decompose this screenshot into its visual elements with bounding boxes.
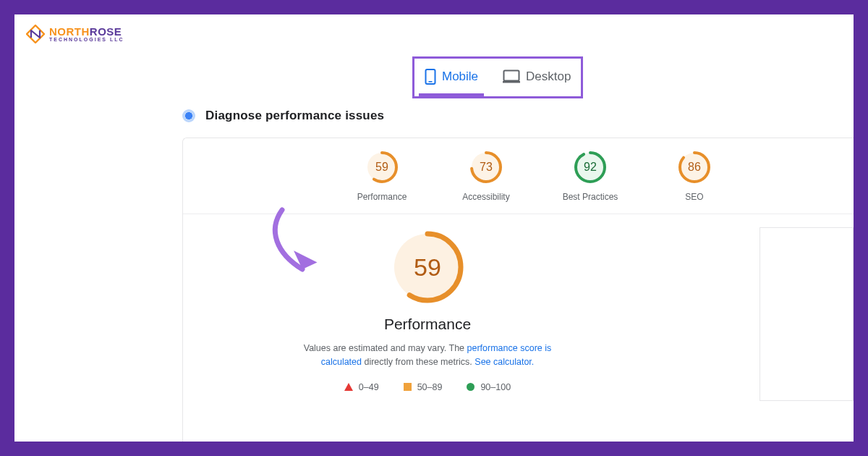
gauge-performance-label: Performance (357, 192, 407, 202)
svg-rect-1 (429, 81, 433, 83)
gauge-performance-ring: 59 (365, 150, 399, 185)
link-see-calculator[interactable]: See calculator. (475, 357, 534, 367)
legend-fail: 0–49 (344, 382, 379, 392)
tab-desktop-label: Desktop (526, 69, 571, 84)
tab-mobile[interactable]: Mobile (422, 62, 481, 92)
brand-logo-mark (26, 25, 45, 43)
svg-text:86: 86 (688, 161, 701, 173)
legend-average-label: 50–89 (417, 382, 443, 392)
main-gauge-ring: 59 (388, 227, 467, 307)
page-canvas: NORTHROSE TECHNOLOGIES LLC Mobile Des (14, 14, 854, 442)
svg-text:59: 59 (414, 253, 441, 281)
tab-desktop[interactable]: Desktop (500, 62, 574, 91)
legend-fail-label: 0–49 (359, 382, 379, 392)
gauge-accessibility-label: Accessibility (462, 192, 509, 202)
main-area: 59 Performance Values are estimated and … (183, 214, 854, 401)
legend-average: 50–89 (404, 382, 443, 392)
logo-text-rose: ROSE (90, 25, 122, 38)
circle-icon (467, 383, 475, 391)
main-gauge-block: 59 Performance Values are estimated and … (203, 227, 652, 401)
gauge-performance[interactable]: 59 Performance (349, 150, 414, 202)
legend-pass: 90–100 (467, 382, 511, 392)
gauge-best-practices-ring: 92 (573, 150, 608, 185)
square-icon (404, 383, 412, 391)
gauge-row: 59 Performance 73 Accessibility 92 Best (183, 150, 854, 214)
results-card: 59 Performance 73 Accessibility 92 Best (182, 138, 854, 442)
section-header: Diagnose performance issues (182, 109, 384, 123)
gauge-best-practices-label: Best Practices (563, 192, 618, 202)
gauge-seo-ring: 86 (677, 150, 712, 185)
svg-text:92: 92 (584, 161, 597, 173)
svg-text:73: 73 (480, 161, 493, 173)
gauge-accessibility-ring: 73 (469, 150, 503, 185)
gauge-seo-label: SEO (685, 192, 703, 202)
logo-text-north: NORTH (49, 25, 90, 38)
logo-subtitle: TECHNOLOGIES LLC (49, 37, 124, 42)
section-title: Diagnose performance issues (205, 109, 384, 123)
desc-mid: directly from these metrics. (362, 357, 475, 367)
device-tabs: Mobile Desktop (412, 56, 583, 98)
main-gauge-title: Performance (384, 316, 471, 333)
gauge-best-practices[interactable]: 92 Best Practices (558, 150, 623, 202)
svg-rect-3 (503, 81, 520, 83)
desc-prefix: Values are estimated and may vary. The (304, 343, 467, 353)
tab-mobile-label: Mobile (442, 69, 478, 84)
screenshot-placeholder (760, 227, 854, 401)
radio-selected-icon[interactable] (182, 109, 195, 122)
mobile-icon (425, 69, 436, 85)
triangle-icon (344, 383, 353, 391)
legend-pass-label: 90–100 (480, 382, 511, 392)
svg-rect-2 (504, 71, 519, 81)
score-legend: 0–49 50–89 90–100 (344, 382, 511, 392)
main-description: Values are estimated and may vary. The p… (283, 342, 572, 369)
gauge-accessibility[interactable]: 73 Accessibility (454, 150, 519, 202)
svg-text:59: 59 (375, 161, 388, 173)
brand-logo: NORTHROSE TECHNOLOGIES LLC (26, 25, 124, 43)
desktop-icon (503, 69, 520, 84)
gauge-seo[interactable]: 86 SEO (662, 150, 727, 202)
